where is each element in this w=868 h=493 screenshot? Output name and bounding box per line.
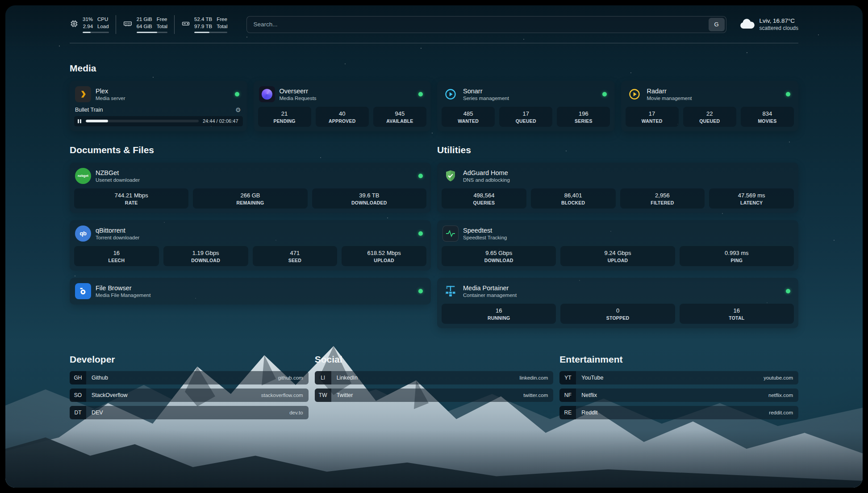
dashboard: 31% CPU 2.94 Load (5, 5, 863, 488)
service-card-speedtest[interactable]: Speedtest Speedtest Tracking 9.65 Gbps D… (437, 220, 798, 271)
stat-block: 498,564 QUERIES (442, 188, 526, 209)
pause-button[interactable] (77, 118, 82, 124)
status-dot (418, 174, 423, 178)
service-name: NZBGet (96, 169, 140, 176)
search-input[interactable] (246, 16, 726, 33)
stat-label: WANTED (627, 118, 677, 124)
service-description: Media Requests (280, 96, 317, 101)
stat-value: 22 (685, 110, 734, 117)
service-description: Series management (463, 96, 509, 101)
stat-block: 40 APPROVED (316, 107, 369, 127)
stat-label: RUNNING (443, 315, 554, 321)
bookmark-url: dev.to (289, 410, 303, 415)
top-bar: 31% CPU 2.94 Load (70, 15, 798, 34)
stat-value: 498,564 (443, 192, 525, 199)
sonarr-icon (442, 86, 459, 102)
portainer-icon (442, 283, 459, 299)
stat-value: 16 (76, 250, 157, 256)
resource-widgets: 31% CPU 2.94 Load (70, 15, 234, 34)
service-card-portainer[interactable]: Media Portainer Container management 16 … (437, 278, 798, 328)
weather-condition: scattered clouds (760, 25, 798, 31)
disk-progress-bar (194, 32, 227, 33)
topbar-divider (70, 43, 798, 43)
memory-free-value: 21 GiB (137, 16, 152, 23)
stat-value: 471 (255, 250, 336, 256)
playback-progress[interactable] (86, 120, 199, 122)
stat-value: 945 (375, 110, 425, 117)
stat-label: PENDING (260, 118, 309, 124)
service-card-filebrowser[interactable]: File Browser Media File Management (70, 278, 431, 305)
stat-block: 16 RUNNING (442, 304, 556, 324)
stat-label: PING (681, 258, 792, 263)
stat-value: 9.65 Gbps (443, 250, 554, 256)
snow-specks (5, 5, 6, 6)
stat-block: 2,956 FILTERED (620, 188, 705, 209)
stat-label: WANTED (443, 118, 493, 124)
service-card-sonarr[interactable]: Sonarr Series management 485 WANTED 17 Q… (437, 81, 615, 131)
section-title-utilities: Utilities (437, 145, 798, 155)
stat-value: 17 (501, 110, 551, 117)
service-card-qbittorrent[interactable]: qb qBittorrent Torrent downloader 16 (70, 220, 431, 271)
service-description: DNS and adblocking (463, 177, 510, 183)
stat-block: 1.19 Gbps DOWNLOAD (163, 246, 248, 266)
stat-value: 1.19 Gbps (165, 250, 246, 256)
bookmark-netflix[interactable]: NF Netflix netflix.com (559, 389, 798, 402)
bookmark-dev[interactable]: DT DEV dev.to (70, 406, 309, 419)
service-card-overseerr[interactable]: Overseerr Media Requests 21 PENDING 40 A… (254, 81, 431, 131)
bookmark-url: reddit.com (769, 410, 793, 415)
stat-value: 17 (627, 110, 677, 117)
cpu-usage-value: 31% (83, 16, 93, 23)
stat-block: 22 QUEUED (683, 107, 736, 127)
stat-label: APPROVED (317, 118, 367, 124)
disk-free-label: Free (217, 16, 227, 23)
stat-label: UPLOAD (562, 258, 673, 263)
service-card-radarr[interactable]: Radarr Movie management 17 WANTED 22 QUE… (621, 81, 799, 131)
bookmark-group-social: Social LI LinkedIn linkedin.com TW Twitt… (315, 354, 554, 419)
section-title-social: Social (315, 354, 554, 365)
bookmark-youtube[interactable]: YT YouTube youtube.com (559, 371, 798, 384)
stat-label: DOWNLOAD (165, 258, 246, 263)
disk-free-value: 52.4 TB (194, 16, 212, 23)
bookmark-linkedin[interactable]: LI LinkedIn linkedin.com (315, 371, 554, 384)
stat-block: 266 GB REMAINING (193, 188, 307, 209)
status-dot (418, 92, 423, 96)
stat-value: 40 (317, 110, 367, 117)
bookmark-stackoverflow[interactable]: SO StackOverflow stackoverflow.com (70, 389, 309, 402)
stat-value: 86,401 (533, 192, 614, 199)
bookmark-abbr: SO (70, 389, 86, 402)
bookmark-group-entertainment: Entertainment YT YouTube youtube.com NF … (559, 354, 798, 419)
cpu-icon (70, 19, 79, 30)
service-card-nzbget[interactable]: nzbget NZBGet Usenet downloader 744.21 M… (70, 163, 431, 213)
stat-block: 196 SERIES (557, 107, 610, 127)
bookmark-name: StackOverflow (92, 392, 128, 398)
bookmark-reddit[interactable]: RE Reddit reddit.com (559, 406, 798, 419)
stat-block: 0.993 ms PING (680, 246, 794, 266)
stat-label: UPLOAD (343, 258, 425, 263)
utilities-column: Utilities AdGuard Home DNS and adblockin… (437, 145, 798, 328)
bookmark-abbr: TW (315, 389, 331, 402)
section-media: Media Plex Media server (70, 63, 798, 131)
service-card-plex[interactable]: Plex Media server Bullet Train ⚙ 24:44 /… (70, 81, 247, 131)
bookmark-github[interactable]: GH Github github.com (70, 371, 309, 384)
bookmark-name: YouTube (581, 375, 603, 381)
stat-label: MOVIES (743, 118, 792, 124)
qbittorrent-icon: qb (75, 226, 91, 242)
bookmark-name: Netflix (581, 392, 597, 398)
bookmark-abbr: RE (559, 406, 576, 419)
stat-block: 485 WANTED (442, 107, 495, 127)
weather-widget: Lviv, 16.87°C scattered clouds (739, 17, 798, 31)
bookmark-url: github.com (278, 375, 303, 380)
service-card-adguard[interactable]: AdGuard Home DNS and adblocking 498,564 … (437, 163, 798, 213)
status-dot (602, 92, 607, 96)
stat-value: 47.569 ms (711, 192, 792, 199)
settings-gear-icon[interactable]: ⚙ (235, 107, 241, 113)
search-provider-button[interactable]: G (709, 18, 725, 31)
bookmarks-section: Developer GH Github github.com SO StackO… (70, 354, 798, 419)
adguard-icon (442, 168, 459, 184)
weather-location: Lviv, 16.87°C (760, 17, 798, 24)
stat-value: 9.24 Gbps (562, 250, 673, 256)
status-dot (418, 231, 423, 236)
section-title-media: Media (70, 63, 798, 74)
bookmark-twitter[interactable]: TW Twitter twitter.com (315, 389, 554, 402)
stat-block: 16 LEECH (74, 246, 159, 266)
